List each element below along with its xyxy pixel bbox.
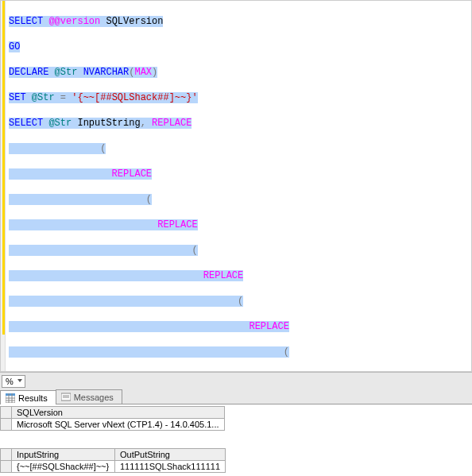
results-panel: SQLVersion Microsoft SQL Server vNext (C…	[0, 406, 472, 476]
messages-icon	[61, 392, 71, 402]
grid-icon	[6, 393, 15, 403]
tab-label: Results	[18, 393, 48, 403]
cell[interactable]: Microsoft SQL Server vNext (CTP1.4) - 14…	[12, 419, 225, 431]
row-header-blank	[1, 407, 12, 419]
row-header-blank	[1, 449, 12, 461]
editor-gutter	[1, 1, 6, 371]
table-row[interactable]: {~~[##SQLShack##]~~} 111111SQLShack11111…	[1, 461, 226, 473]
result-grid-1[interactable]: SQLVersion Microsoft SQL Server vNext (C…	[0, 406, 472, 431]
row-header[interactable]	[1, 461, 12, 473]
svg-rect-1	[6, 393, 15, 396]
tab-results[interactable]: Results	[0, 390, 56, 404]
code-editor[interactable]: SELECT @@version SQLVersion GO DECLARE @…	[0, 0, 472, 372]
code-area[interactable]: SELECT @@version SQLVersion GO DECLARE @…	[6, 1, 471, 371]
cell[interactable]: {~~[##SQLShack##]~~}	[12, 461, 115, 473]
tab-messages[interactable]: Messages	[56, 389, 122, 404]
tab-label: Messages	[74, 393, 114, 402]
col-header[interactable]: InputString	[12, 449, 115, 461]
zoom-bar: %	[0, 372, 472, 389]
table-row[interactable]: Microsoft SQL Server vNext (CTP1.4) - 14…	[1, 419, 225, 431]
zoom-select[interactable]: %	[2, 375, 25, 388]
row-header[interactable]	[1, 419, 12, 431]
results-tabs: Results Messages	[0, 389, 472, 404]
result-grid-2[interactable]: InputString OutPutString {~~[##SQLShack#…	[0, 448, 472, 473]
cell[interactable]: 111111SQLShack111111	[115, 461, 226, 473]
col-header[interactable]: SQLVersion	[12, 407, 225, 419]
col-header[interactable]: OutPutString	[115, 449, 226, 461]
keyword: SELECT	[9, 16, 43, 27]
